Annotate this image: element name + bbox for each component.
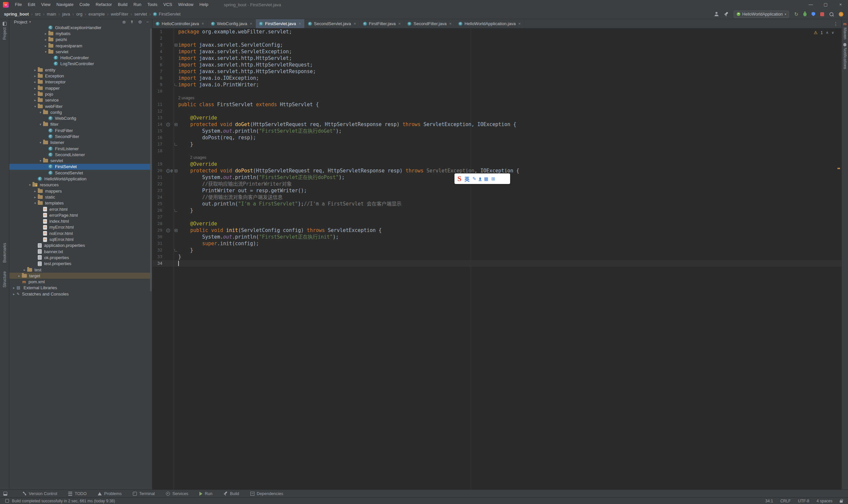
tool-button-bookmarks[interactable]: Bookmarks: [0, 243, 9, 263]
tree-item-servlet[interactable]: ▾servlet: [9, 49, 152, 55]
line-number[interactable]: 14: [152, 121, 166, 128]
toolwindow-button-services[interactable]: Services: [166, 491, 188, 496]
run-button[interactable]: ↻: [794, 12, 798, 17]
toolwindow-button-run[interactable]: Run: [200, 491, 212, 496]
encoding-widget[interactable]: UTF-8: [798, 499, 809, 503]
tree-item-globalexceptionhandler[interactable]: CGlobalExceptionHandler: [9, 24, 152, 31]
chevron-right-icon[interactable]: ▸: [33, 195, 38, 199]
line-number[interactable]: 12: [152, 108, 166, 114]
breadcrumb-webFilter[interactable]: webFilter: [110, 12, 129, 17]
line-number[interactable]: 33: [152, 253, 166, 260]
line-number[interactable]: 16: [152, 134, 166, 141]
breadcrumb-main[interactable]: main: [46, 12, 57, 17]
menu-code[interactable]: Code: [76, 2, 93, 7]
fold-marker[interactable]: −: [174, 227, 178, 234]
close-icon[interactable]: ×: [299, 21, 301, 26]
tree-item-secondfilter[interactable]: CSecondFilter: [9, 133, 152, 139]
tab-SecondServlet.java[interactable]: CSecondServlet.java×: [305, 19, 360, 28]
chevron-down-icon[interactable]: ▾: [33, 105, 38, 108]
menu-vcs[interactable]: VCS: [160, 2, 175, 7]
line-number[interactable]: 3: [152, 42, 166, 48]
line-number[interactable]: 32: [152, 247, 166, 253]
override-icon[interactable]: ↑: [166, 169, 170, 173]
code-line-10[interactable]: 10: [152, 88, 842, 95]
tree-item-entity[interactable]: ▸entity: [9, 67, 152, 73]
project-view-dropdown[interactable]: Project: [14, 19, 27, 24]
ide-update-icon[interactable]: ↑: [839, 12, 843, 17]
tree-item-external-libraries[interactable]: ▸▤External Libraries: [9, 285, 152, 291]
close-icon[interactable]: ×: [449, 21, 451, 26]
code-line-28[interactable]: 28 @Override: [152, 220, 842, 227]
code-line-9[interactable]: 9import java.io.PrintWriter;: [152, 82, 842, 88]
tree-item-firstlistener[interactable]: CFirstListener: [9, 146, 152, 151]
override-icon[interactable]: ↑: [166, 229, 170, 232]
close-window-button[interactable]: ×: [833, 0, 848, 9]
usages-hint[interactable]: 2 usages: [178, 154, 206, 161]
line-number[interactable]: 11: [152, 101, 166, 108]
chevron-right-icon[interactable]: ▸: [11, 286, 17, 290]
close-icon[interactable]: ×: [250, 21, 252, 26]
code-line-8[interactable]: 8import java.io.IOException;: [152, 75, 842, 82]
tree-item-servlet[interactable]: ▾servlet: [9, 158, 152, 164]
chevron-down-icon[interactable]: ▾: [38, 110, 43, 114]
chevron-right-icon[interactable]: ▸: [43, 44, 48, 48]
tree-item-interceptor[interactable]: ▸Interceptor: [9, 79, 152, 85]
line-number[interactable]: 34: [152, 260, 166, 267]
tree-item-pom.xml[interactable]: mpom.xml: [9, 278, 152, 285]
chevron-right-icon[interactable]: ▸: [33, 92, 38, 96]
code-line-19[interactable]: 19 @Override: [152, 161, 842, 167]
line-number[interactable]: 8: [152, 75, 166, 82]
tab-SecondFilter.java[interactable]: CSecondFilter.java×: [404, 19, 455, 28]
search-everywhere-button[interactable]: [829, 12, 834, 17]
code-line-26[interactable]: 26 }: [152, 207, 842, 214]
code-line-5[interactable]: 5import javax.servlet.http.HttpServlet;: [152, 55, 842, 61]
line-number[interactable]: 23: [152, 187, 166, 194]
line-number[interactable]: 13: [152, 114, 166, 121]
tree-item-static[interactable]: ▸static: [9, 194, 152, 200]
ime-mic-icon[interactable]: [479, 177, 481, 180]
chevron-down-icon[interactable]: ▾: [27, 183, 33, 187]
tab-FirstServlet.java[interactable]: CFirstServlet.java×: [256, 19, 305, 28]
line-number[interactable]: 29: [152, 227, 166, 234]
tool-button-project[interactable]: Project: [0, 22, 9, 40]
code-line-11[interactable]: 11public class FirstServlet extends Http…: [152, 101, 842, 108]
stop-button[interactable]: [820, 12, 824, 16]
toolwindow-button-dependencies[interactable]: Dependencies: [250, 491, 283, 496]
line-number[interactable]: 27: [152, 214, 166, 220]
override-icon[interactable]: ↑: [166, 123, 170, 126]
code-line-3[interactable]: 3−import javax.servlet.ServletConfig;: [152, 42, 842, 48]
fold-marker[interactable]: −: [174, 42, 178, 48]
code-line-1[interactable]: 1package org.example.webFilter.servlet;: [152, 29, 842, 35]
chevron-right-icon[interactable]: ▸: [33, 189, 38, 193]
chevron-down-icon[interactable]: ▾: [33, 201, 38, 205]
line-number[interactable]: 1: [152, 29, 166, 35]
line-number[interactable]: 31: [152, 240, 166, 247]
tree-item-exception[interactable]: ▸Exception: [9, 73, 152, 79]
code-line-16[interactable]: 16 doPost(req, resp);: [152, 134, 842, 141]
line-number[interactable]: 5: [152, 55, 166, 61]
tree-item-myerror.html[interactable]: myError.html: [9, 224, 152, 230]
tree-item-secondlistener[interactable]: CSecondListener: [9, 151, 152, 158]
tree-item-firstservlet[interactable]: CFirstServlet: [9, 164, 152, 170]
code-line-27[interactable]: 27: [152, 214, 842, 220]
code-line-30[interactable]: 30 System.out.println("FirstServlet正在执行i…: [152, 234, 842, 240]
tree-item-webconfig[interactable]: CWebConfig: [9, 115, 152, 121]
tree-item-listener[interactable]: ▾listener: [9, 140, 152, 146]
ime-keyboard-icon[interactable]: ▦: [484, 176, 488, 181]
menu-edit[interactable]: Edit: [25, 2, 38, 7]
tree-item-noerror.html[interactable]: noError.html: [9, 230, 152, 236]
fold-marker[interactable]: [174, 247, 178, 253]
chevron-right-icon[interactable]: ▸: [33, 86, 38, 90]
line-number[interactable]: 20: [152, 167, 166, 174]
tree-item-mybatis[interactable]: ▸mybatis: [9, 31, 152, 36]
tree-item-requestparam[interactable]: ▸requestparam: [9, 43, 152, 49]
line-separator-widget[interactable]: CRLF: [780, 499, 791, 503]
breadcrumb-java[interactable]: java: [62, 12, 71, 17]
ime-pen-icon[interactable]: ✎: [472, 176, 476, 181]
chevron-down-icon[interactable]: ▾: [43, 50, 48, 54]
settings-button[interactable]: ⚙: [138, 19, 142, 24]
build-hammer-icon[interactable]: [724, 12, 729, 17]
code-line-15[interactable]: 15 System.out.println("FirstServlet正在执行d…: [152, 128, 842, 134]
line-number[interactable]: 30: [152, 234, 166, 240]
menu-navigate[interactable]: Navigate: [53, 2, 76, 7]
